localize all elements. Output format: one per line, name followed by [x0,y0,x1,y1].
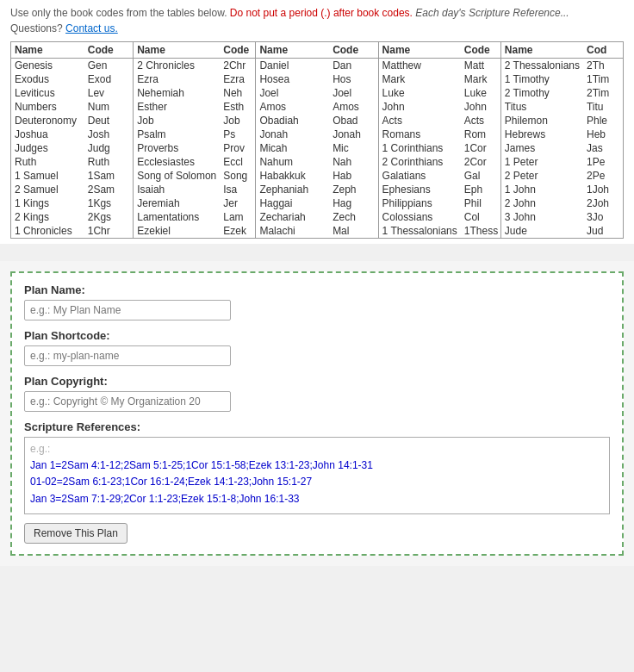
book-name: 2 John [501,196,583,210]
top-section: Use only the book codes from the tables … [0,0,634,244]
book-name: Ezekiel [134,224,220,238]
book-name: 2 Peter [501,169,583,183]
table-row: DeuteronomyDeut [11,114,133,128]
table-row: ZephaniahZeph [256,183,377,196]
table-row: ProverbsProv [134,141,255,155]
table-row: JoshuaJosh [11,128,133,141]
book-code: John [461,100,501,114]
book-name: Micah [256,141,329,155]
plan-shortcode-input[interactable] [24,345,231,366]
book-code: Zeph [329,183,377,196]
book-name: Numbers [11,100,84,114]
book-code: 1Thess [461,224,501,238]
table-row: ObadiahObad [256,114,377,128]
table-row: 3 John3Jo [501,210,623,224]
col2-code-header: Code [220,42,255,59]
col4-code-header: Code [461,42,501,59]
contact-link[interactable]: Contact us. [65,22,118,34]
table-row: PhilippiansPhil [379,196,502,210]
book-code: 2Sam [84,183,133,196]
book-name: Psalm [134,128,220,141]
books-table: Name Code GenesisGenExodusExodLeviticusL… [10,41,624,239]
book-name: Acts [379,114,461,128]
book-code: Deut [84,114,133,128]
table-row: MicahMic [256,141,377,155]
table-row: AmosAmos [256,100,377,114]
book-name: Mark [379,72,461,86]
book-name: Lamentations [134,210,220,224]
book-name: Titus [501,100,583,114]
book-name: Habakkuk [256,169,329,183]
book-code: Ezra [220,72,255,86]
table-row: 2 Timothy2Tim [501,86,623,100]
book-name: 3 John [501,210,583,224]
table-row: PsalmPs [134,128,255,141]
table-row: 1 Thessalonians1Thess [379,224,502,238]
book-name: Romans [379,128,461,141]
book-name: Matthew [379,59,461,73]
book-name: Isaiah [134,183,220,196]
book-name: Nahum [256,155,329,169]
table-row: JobJob [134,114,255,128]
book-code: Judg [84,141,133,155]
book-code: Eph [461,183,501,196]
plan-copyright-input[interactable] [24,391,231,412]
book-code: Nah [329,155,377,169]
book-name: Malachi [256,224,329,238]
book-name: Hebrews [501,128,583,141]
book-code: Jonah [329,128,377,141]
plan-form: Plan Name: Plan Shortcode: Plan Copyrigh… [10,271,624,556]
book-code: 1Pe [583,155,623,169]
col4-name-header: Name [379,42,461,59]
table-row: EstherEsth [134,100,255,114]
table-row: 1 Kings1Kgs [11,196,133,210]
table-row: LeviticusLev [11,86,133,100]
table-row: EzekielEzek [134,224,255,238]
book-name: Judges [11,141,84,155]
plan-copyright-label: Plan Copyright: [24,375,610,388]
instructions-warning: Do not put a period (.) after book codes… [230,7,413,19]
plan-shortcode-label: Plan Shortcode: [24,329,610,342]
contact-line: Questions? Contact us. [10,22,624,34]
books-column-5: Name Cod 2 Thessalonians2Th1 Timothy1Tim… [501,42,623,238]
table-row: EcclesiastesEccl [134,155,255,169]
book-code: Luke [461,86,501,100]
scripture-line-2: 01-02=2Sam 6:1-23;1Cor 16:1-24;Ezek 14:1… [30,474,604,490]
book-name: 2 Kings [11,210,84,224]
book-code: Amos [329,100,377,114]
book-name: Zephaniah [256,183,329,196]
table-row: HebrewsHeb [501,128,623,141]
book-name: Jonah [256,128,329,141]
book-name: Proverbs [134,141,220,155]
book-code: 2Joh [583,196,623,210]
table-row: JoelJoel [256,86,377,100]
book-code: Song [220,169,255,183]
table-row: NahumNah [256,155,377,169]
table-row: MatthewMatt [379,59,502,73]
book-name: 2 Corinthians [379,155,461,169]
book-name: John [379,100,461,114]
book-code: Zech [329,210,377,224]
book-name: Ephesians [379,183,461,196]
book-name: 2 Thessalonians [501,59,583,73]
table-row: 1 Corinthians1Cor [379,141,502,155]
book-code: Phle [583,114,623,128]
book-code: 2Pe [583,169,623,183]
book-code: Hab [329,169,377,183]
book-name: Esther [134,100,220,114]
table-row: 1 John1Joh [501,183,623,196]
table-row: 1 Timothy1Tim [501,72,623,86]
book-code: 1Cor [461,141,501,155]
bottom-section: Plan Name: Plan Shortcode: Plan Copyrigh… [0,261,634,566]
plan-name-input[interactable] [24,300,231,320]
table-row: MalachiMal [256,224,377,238]
book-code: Acts [461,114,501,128]
table-row: DanielDan [256,59,377,73]
table-row: 1 Chronicles1Chr [11,224,133,238]
book-name: 1 Corinthians [379,141,461,155]
table-row: 1 Samuel1Sam [11,169,133,183]
scripture-textarea[interactable]: e.g.: Jan 1=2Sam 4:1-12;2Sam 5:1-25;1Cor… [24,437,610,514]
instructions-text: Use only the book codes from the tables … [10,7,624,19]
table-row: JamesJas [501,141,623,155]
remove-plan-button[interactable]: Remove This Plan [24,523,127,544]
